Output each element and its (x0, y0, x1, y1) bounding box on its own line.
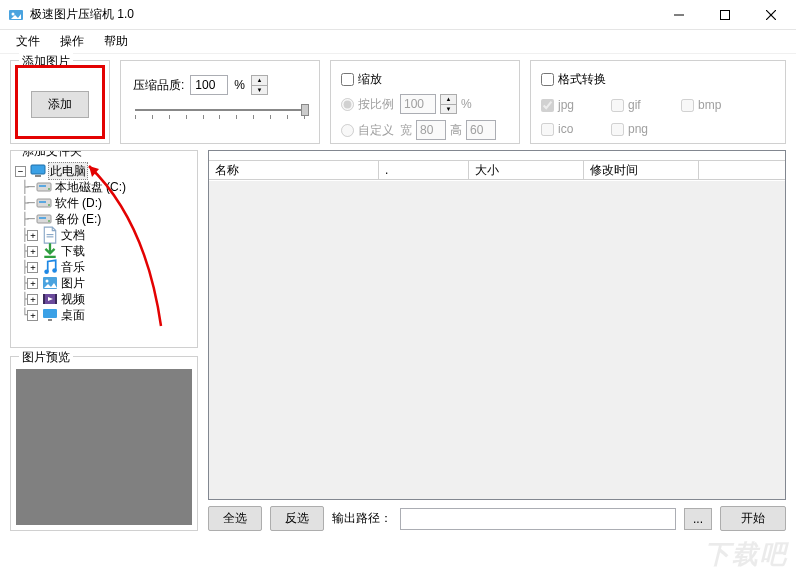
scale-ratio-input[interactable] (400, 94, 436, 114)
file-list[interactable]: 名称 . 大小 修改时间 (208, 150, 786, 500)
svg-point-20 (45, 269, 50, 274)
disk-icon (36, 180, 52, 194)
tree-item-label: 音乐 (60, 259, 86, 275)
col-spacer (699, 161, 785, 179)
desktop-icon (42, 308, 58, 322)
tree-item[interactable]: ├─软件 (D:) (15, 195, 193, 211)
tree-item[interactable]: ├─备份 (E:) (15, 211, 193, 227)
format-bmp-checkbox[interactable] (681, 99, 694, 112)
output-path-label: 输出路径： (332, 510, 392, 527)
svg-rect-25 (43, 294, 45, 304)
disk-icon (36, 212, 52, 226)
tree-item[interactable]: └+桌面 (15, 307, 193, 323)
scale-ratio-unit: % (461, 97, 472, 111)
col-size[interactable]: 大小 (469, 161, 584, 179)
preview-group: 图片预览 (10, 356, 198, 531)
svg-rect-3 (721, 10, 730, 19)
col-mtime[interactable]: 修改时间 (584, 161, 699, 179)
scale-group: 缩放 按比例 ▲▼ % 自定义 宽 高 (330, 60, 520, 144)
format-ico-checkbox[interactable] (541, 123, 554, 136)
quality-input[interactable] (190, 75, 228, 95)
menubar: 文件 操作 帮助 (0, 30, 796, 54)
tree-item-label: 文档 (60, 227, 86, 243)
scale-custom-label: 自定义 (358, 122, 394, 139)
height-input[interactable] (466, 120, 496, 140)
close-button[interactable] (748, 0, 794, 29)
disk-icon (36, 196, 52, 210)
add-button[interactable]: 添加 (31, 91, 89, 118)
minimize-button[interactable] (656, 0, 702, 29)
scale-ratio-label: 按比例 (358, 96, 394, 113)
tree-item[interactable]: ├+图片 (15, 275, 193, 291)
quality-slider[interactable] (133, 109, 307, 119)
format-gif-checkbox[interactable] (611, 99, 624, 112)
folder-tree[interactable]: − 此电脑 ├─本地磁盘 (C:) ├─软件 (D:) ├─备份 (E:) ├+… (15, 163, 193, 323)
svg-point-16 (48, 220, 50, 222)
svg-rect-28 (48, 319, 52, 321)
svg-point-13 (48, 204, 50, 206)
scale-ratio-spinner[interactable]: ▲▼ (440, 94, 457, 114)
scale-ratio-radio[interactable] (341, 98, 354, 111)
add-image-group: 添加图片 添加 (10, 60, 110, 144)
tree-root-label: 此电脑 (48, 162, 88, 180)
folder-tree-group: 添加文件夹 − 此电脑 ├─本地磁盘 (C:) ├─软件 (D:) ├─备份 (… (10, 150, 198, 348)
file-list-body[interactable] (209, 180, 785, 499)
spin-up-icon[interactable]: ▲ (441, 95, 456, 105)
start-button[interactable]: 开始 (720, 506, 786, 531)
invert-selection-button[interactable]: 反选 (270, 506, 324, 531)
tree-collapse-icon[interactable]: − (15, 166, 26, 177)
spin-down-icon[interactable]: ▼ (441, 105, 456, 114)
select-all-button[interactable]: 全选 (208, 506, 262, 531)
scale-checkbox[interactable] (341, 73, 354, 86)
menu-file[interactable]: 文件 (6, 31, 50, 52)
spin-down-icon[interactable]: ▼ (252, 86, 267, 95)
preview-legend: 图片预览 (19, 349, 73, 366)
tree-item[interactable]: ├+文档 (15, 227, 193, 243)
format-jpg-checkbox[interactable] (541, 99, 554, 112)
scale-custom-radio[interactable] (341, 124, 354, 137)
width-input[interactable] (416, 120, 446, 140)
tree-item-label: 桌面 (60, 307, 86, 323)
tree-expand-icon[interactable]: + (27, 310, 38, 321)
svg-rect-26 (55, 294, 57, 304)
tree-item-label: 本地磁盘 (C:) (54, 179, 127, 195)
tree-item[interactable]: ├+音乐 (15, 259, 193, 275)
tree-item[interactable]: ├─本地磁盘 (C:) (15, 179, 193, 195)
format-png-label: png (628, 122, 648, 136)
tree-expand-icon[interactable]: + (27, 262, 38, 273)
tree-expand-icon[interactable]: + (27, 230, 38, 241)
download-icon (42, 244, 58, 258)
format-png-checkbox[interactable] (611, 123, 624, 136)
format-gif-label: gif (628, 98, 641, 112)
col-ext[interactable]: . (379, 161, 469, 179)
format-title: 格式转换 (558, 71, 606, 88)
svg-rect-6 (31, 165, 45, 174)
svg-point-21 (53, 268, 58, 273)
tree-expand-icon[interactable]: + (27, 294, 38, 305)
menu-operation[interactable]: 操作 (50, 31, 94, 52)
file-list-header: 名称 . 大小 修改时间 (209, 160, 785, 180)
quality-spinner[interactable]: ▲▼ (251, 75, 268, 95)
menu-help[interactable]: 帮助 (94, 31, 138, 52)
svg-rect-17 (47, 234, 54, 235)
tree-expand-icon[interactable]: + (27, 246, 38, 257)
format-checkbox[interactable] (541, 73, 554, 86)
browse-button[interactable]: ... (684, 508, 712, 530)
tree-item[interactable]: ├+视频 (15, 291, 193, 307)
scale-title: 缩放 (358, 71, 382, 88)
spin-up-icon[interactable]: ▲ (252, 76, 267, 86)
titlebar: 极速图片压缩机 1.0 (0, 0, 796, 30)
tree-item[interactable]: ├+下载 (15, 243, 193, 259)
format-bmp-label: bmp (698, 98, 721, 112)
app-icon (8, 7, 24, 23)
col-name[interactable]: 名称 (209, 161, 379, 179)
slider-thumb[interactable] (301, 104, 309, 116)
tree-expand-icon[interactable]: + (27, 278, 38, 289)
svg-rect-18 (47, 236, 54, 237)
quality-label: 压缩品质: (133, 77, 184, 94)
output-path-input[interactable] (400, 508, 676, 530)
maximize-button[interactable] (702, 0, 748, 29)
width-label: 宽 (400, 122, 412, 139)
format-group: 格式转换 jpg gif bmp ico png (530, 60, 786, 144)
tree-root[interactable]: − 此电脑 (15, 163, 193, 179)
